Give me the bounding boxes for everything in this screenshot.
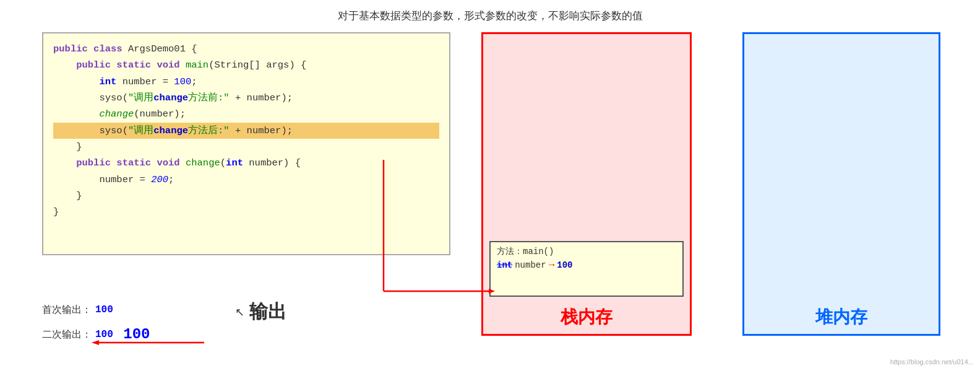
var-value: 100 [557, 260, 572, 270]
code-line-10: } [53, 188, 439, 204]
code-line-4: syso("调用change方法前:" + number); [53, 90, 439, 106]
code-line-2: public static void main(String[] args) { [53, 57, 439, 73]
code-line-8: public static void change(int number) { [53, 155, 439, 171]
output-line-1: 首次输出： 100 [42, 300, 150, 320]
method-var-line: int number → 100 [497, 260, 676, 271]
output-line1-value: 100 [95, 300, 113, 320]
code-line-1: public class ArgsDemo01 { [53, 41, 439, 57]
cursor-icon: ↖ [235, 305, 244, 319]
code-block: public class ArgsDemo01 { public static … [42, 32, 450, 255]
output-section: 首次输出： 100 二次输出： 100 100 [42, 300, 150, 349]
output-line1-prefix: 首次输出： [42, 300, 92, 320]
heap-memory-box: 堆内存 [742, 32, 940, 336]
output-line2-value: 100 [95, 325, 113, 344]
url-watermark: https://blog.csdn.net/u014... [890, 358, 974, 366]
code-line-9: number = 200; [53, 172, 439, 188]
code-line-7: } [53, 139, 439, 155]
code-line-6: syso("调用change方法后:" + number); [53, 123, 439, 139]
output-line2-prefix: 二次输出： [42, 325, 92, 344]
code-line-5: change(number); [53, 106, 439, 122]
output-line2-large: 100 [123, 320, 150, 349]
output-line-2: 二次输出： 100 100 [42, 320, 150, 349]
method-frame: 方法：main() int number → 100 [489, 241, 684, 297]
stack-memory-box: 方法：main() int number → 100 栈内存 [481, 32, 692, 336]
page-container: 对于基本数据类型的参数，形式参数的改变，不影响实际参数的值 public cla… [0, 0, 980, 368]
output-label-box: ↖ 输出 [235, 299, 286, 325]
code-line-3: int number = 100; [53, 74, 439, 90]
code-line-11: } [53, 204, 439, 220]
heap-label: 堆内存 [744, 305, 939, 329]
method-frame-title: 方法：main() [497, 246, 676, 257]
stack-label: 栈内存 [483, 305, 690, 329]
output-big-label: 输出 [249, 299, 286, 325]
var-name: number [515, 260, 546, 270]
page-title: 对于基本数据类型的参数，形式参数的改变，不影响实际参数的值 [0, 9, 980, 23]
arrow-right-icon: → [549, 260, 555, 271]
var-type: int [497, 260, 512, 270]
